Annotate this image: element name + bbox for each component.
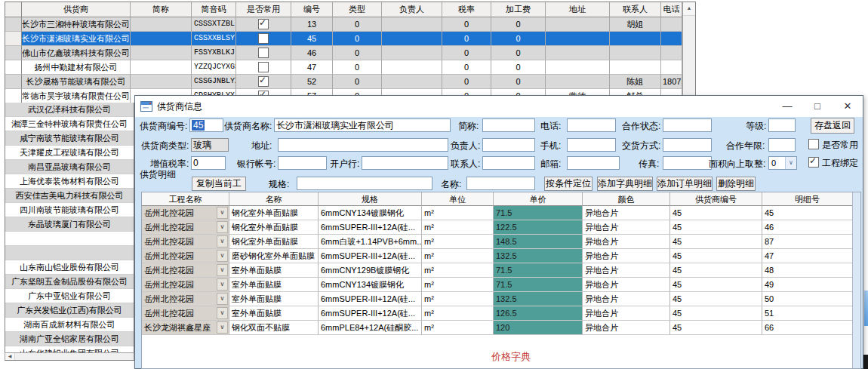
close-icon[interactable]: ✕ [833,96,863,117]
common-checkbox[interactable] [258,19,269,29]
supplier-name-input[interactable] [274,118,451,132]
vertical-scrollbar[interactable]: ▲ [682,2,695,103]
detail-row[interactable]: 长沙龙湖祺鑫星座∨钢化双面不贴膜6mmPLE84+12A(硅酮胶...m²120… [142,321,860,335]
save-return-button[interactable]: 存盘返回 [811,118,854,134]
fax-input[interactable] [663,156,712,170]
cell: 0 [442,60,491,75]
cell: 长沙晟格节能玻璃有限公司 [22,75,131,89]
detail-row[interactable]: 岳州北控花园∨室外单面贴膜6mmSUPER-III+12A(硅...m²126.… [142,306,860,321]
coop-status-input[interactable] [663,118,712,132]
supplier-list-item[interactable]: 西安佳吉美电力科技有限公司 [5,189,134,203]
supplier-list-item[interactable]: 四川南玻节能玻璃有限公司 [5,203,134,217]
scroll-left-icon[interactable]: ◀ [5,353,15,360]
common-use-checkbox[interactable]: 是否常用 [808,139,858,151]
grid-vertical-scrollbar[interactable] [852,192,860,368]
table-row[interactable]: 佛山市亿鑫玻璃科技有限公司FSSYXBLKJ...46000 [5,46,682,60]
project-combobox[interactable]: 岳州北控花园∨ [142,278,229,292]
supplier-list-item[interactable] [5,246,134,260]
bank-account-input[interactable] [278,156,327,170]
cell: 0 [333,60,382,75]
cell: 45 [670,220,762,235]
detail-row[interactable]: 岳州北控花园∨钢化室外单面贴膜6mmSUPER-III+12A(硅...m²12… [142,220,860,235]
cell: 0 [491,32,546,46]
common-checkbox[interactable] [258,76,269,87]
grade-input[interactable] [768,118,796,132]
area-round-select[interactable]: 0 ∨ [768,156,797,170]
supplier-list-item[interactable]: 咸宁南玻节能玻璃有限公司 [5,131,134,146]
project-combobox[interactable]: 岳州北控花园∨ [142,235,229,249]
supplier-list-item[interactable]: 上海优泰装饰材料有限公司 [5,174,134,189]
phone-input[interactable] [567,118,616,132]
supplier-id-label: 供货商编号: [140,120,187,132]
email-input[interactable] [567,156,620,170]
cell: 磨砂钢化室外单面贴膜 [229,249,319,263]
supplier-list-item[interactable]: 湘潭三金特种玻璃有限责任公司 [5,117,134,131]
delivery-mode-input[interactable] [663,138,712,152]
project-combobox[interactable]: 岳州北控花园∨ [142,306,229,321]
cell [236,32,291,46]
common-checkbox[interactable] [258,62,269,72]
coop-years-input[interactable] [768,138,796,152]
supplier-list-item[interactable]: 东晶玻璃厦门有限公司 [5,217,134,232]
supplier-list-item[interactable]: 南昌亚晶玻璃有限公司 [5,160,134,174]
table-row[interactable]: 长沙晟格节能玻璃有限公司CSSGJNBLYXGS52000陈姐180751 [5,75,682,89]
detail-row[interactable]: 岳州北控花园∨室外单面贴膜6mmSUPER-III+12A(硅...m²132.… [142,292,860,306]
cell: 钢化双面不贴膜 [229,321,319,335]
cell: 0 [491,75,546,89]
project-combobox[interactable]: 岳州北控花园∨ [142,206,229,220]
mobile-input[interactable] [567,138,616,152]
project-combobox[interactable]: 岳州北控花园∨ [142,292,229,306]
column-header: 颜色 [583,192,670,206]
cell: 6mmSUPER-III+12A(硅... [319,249,422,263]
supplier-list-item[interactable]: 武汉亿泽科技有限公司 [5,103,134,117]
detail-row[interactable]: 岳州北控花园∨钢化室外单面贴膜6mmCNY134镀膜钢化m²71.5异地合片45… [142,206,860,220]
detail-row[interactable]: 岳州北控花园∨钢化室外单面贴膜6mm白玻+1.14PVB+6mm...m²148… [142,235,860,249]
spec-filter-input[interactable] [297,177,432,190]
short-name-input[interactable] [482,118,535,132]
table-row[interactable]: 扬州中勤建材有限公司YZZQJCYXGS47000 [5,60,682,75]
table-row[interactable]: 长沙市三湘特种玻璃有限公司CSSSXTZBL...13000胡姐 [5,17,682,32]
name-filter-input[interactable] [466,177,535,190]
delete-detail-button[interactable]: 删除明细 [716,177,756,191]
supplier-list-item[interactable]: 广东中亚铝业有限公司 [5,289,134,303]
project-combobox[interactable]: 岳州北控花园∨ [142,249,229,263]
project-combobox[interactable]: 岳州北控花园∨ [142,263,229,278]
bank-input[interactable] [362,156,448,170]
detail-row[interactable]: 岳州北控花园∨室外单面贴膜6mmCNY134镀膜钢化m²71.5异地合片4549 [142,278,860,292]
add-order-detail-button[interactable]: 添加订单明细 [657,177,713,191]
column-header: 供货商编号 [670,192,762,206]
minimize-icon[interactable]: — [772,96,802,117]
row-selector [5,32,22,46]
supplier-list-item[interactable] [5,232,134,246]
supplier-type-input[interactable]: 玻璃 [191,138,229,152]
locate-button[interactable]: 按条件定位 [544,177,593,191]
detail-row[interactable]: 岳州北控花园∨磨砂钢化室外单面贴膜6mmSUPER-III+12A(硅...m²… [142,249,860,263]
table-row[interactable]: 长沙市潇湘玻璃实业有限公司CSSXXBLSY...45000 [5,32,682,46]
common-checkbox[interactable] [258,33,269,44]
address-input[interactable] [278,138,448,152]
project-combobox[interactable]: 长沙龙湖祺鑫星座∨ [142,321,229,335]
supplier-list-item[interactable]: 广东兴发铝业(江西)有限公司 [5,303,134,318]
supplier-list-item[interactable]: 广东坚朗五金制品股份有限公司 [5,275,134,289]
supplier-list-item[interactable]: 湖南广亚全铝家居有限公司 [5,332,134,346]
common-checkbox[interactable] [258,48,269,58]
scroll-up-icon[interactable]: ▲ [683,2,695,16]
project-combobox[interactable]: 岳州北控花园∨ [142,220,229,235]
supplier-id-input[interactable]: 45 [189,118,223,132]
add-dict-detail-button[interactable]: 添加字典明细 [597,177,653,191]
project-bind-checkbox[interactable]: 工程绑定 [808,157,858,169]
vat-rate-input[interactable] [191,156,226,170]
cell: 6mm白玻+1.14PVB+6mm... [319,235,422,249]
column-header: 类型 [333,2,382,17]
cell: 52 [291,75,333,89]
contact-input[interactable] [482,156,535,170]
combobox-value: 长沙龙湖祺鑫星座 [144,323,211,332]
supplier-list-item[interactable]: 山东南山铝业股份有限公司 [5,260,134,275]
copy-project-button[interactable]: 复制当前工程 [192,177,246,191]
combobox-value: 岳州北控花园 [144,237,194,246]
supplier-list-item[interactable]: 天津耀皮工程玻璃有限公司 [5,146,134,160]
maximize-icon[interactable]: □ [802,96,833,117]
supplier-list-item[interactable]: 湖南百成新材料有限公司 [5,318,134,332]
detail-row[interactable]: 岳州北控花园∨室外单面贴膜6mmCNY129B镀膜钢化m²71.5异地合片454… [142,263,860,278]
leader-input[interactable] [482,138,535,152]
